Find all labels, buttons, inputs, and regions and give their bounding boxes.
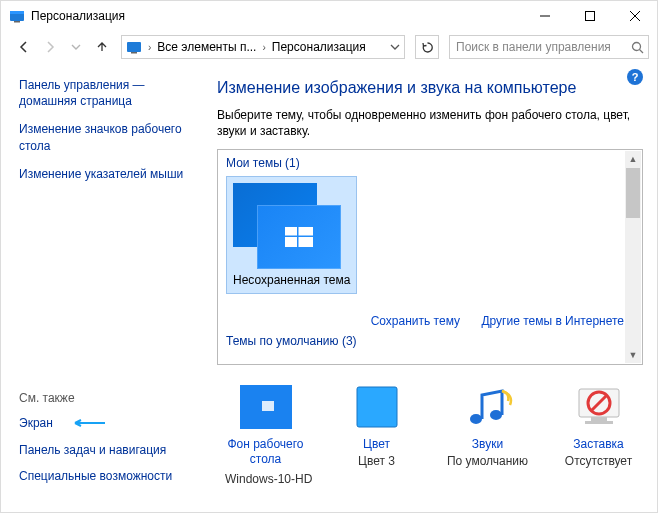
- desktop-background-title: Фон рабочего стола: [223, 437, 308, 466]
- sounds-title: Звуки: [445, 437, 530, 451]
- up-button[interactable]: [91, 36, 113, 58]
- forward-button[interactable]: [39, 36, 61, 58]
- minimize-button[interactable]: [522, 1, 567, 31]
- control-panel-home-link[interactable]: Панель управления — домашняя страница: [19, 77, 199, 109]
- svg-rect-15: [299, 237, 314, 247]
- svg-rect-12: [285, 227, 297, 236]
- scroll-down-button[interactable]: ▼: [625, 347, 641, 363]
- change-desktop-icons-link[interactable]: Изменение значков рабочего стола: [19, 121, 199, 153]
- svg-line-5: [630, 11, 640, 21]
- personalization-window: Персонализация › Все элементы п... › Пе: [0, 0, 658, 513]
- sounds-icon: [462, 381, 514, 433]
- svg-point-20: [470, 414, 482, 424]
- svg-rect-17: [262, 401, 274, 411]
- change-mouse-pointers-link[interactable]: Изменение указателей мыши: [19, 166, 199, 182]
- see-also-heading: См. также: [19, 391, 201, 405]
- svg-rect-23: [591, 417, 607, 421]
- search-icon: [631, 41, 644, 54]
- svg-rect-7: [127, 42, 141, 52]
- my-themes-heading: Мои темы (1): [226, 156, 642, 170]
- svg-point-9: [633, 42, 641, 50]
- svg-rect-1: [10, 11, 24, 14]
- maximize-button[interactable]: [567, 1, 612, 31]
- main-content: ? Изменение изображения и звука на компь…: [211, 63, 657, 512]
- screensaver-title: Заставка: [556, 437, 641, 451]
- theme-thumbnail: [233, 183, 341, 269]
- desktop-background-item[interactable]: Фон рабочего стола: [223, 381, 308, 468]
- see-also-section: См. также Экран Панель задач и навигация…: [19, 391, 201, 502]
- back-button[interactable]: [13, 36, 35, 58]
- close-button[interactable]: [612, 1, 657, 31]
- svg-rect-4: [585, 12, 594, 21]
- theme-actions: Сохранить тему Другие темы в Интернете: [226, 314, 642, 328]
- default-themes-heading: Темы по умолчанию (3): [226, 334, 642, 348]
- navigation-bar: › Все элементы п... › Персонализация: [1, 31, 657, 63]
- theme-name-label: Несохраненная тема: [233, 273, 350, 287]
- window-title: Персонализация: [31, 9, 125, 23]
- screensaver-item[interactable]: Заставка Отсутствует: [556, 381, 641, 467]
- search-input[interactable]: [454, 39, 631, 55]
- page-title: Изменение изображения и звука на компьют…: [217, 79, 643, 97]
- svg-rect-2: [14, 21, 20, 23]
- taskbar-navigation-link[interactable]: Панель задач и навигация: [19, 442, 199, 458]
- annotation-arrow-icon: [73, 418, 109, 428]
- breadcrumb-segment-2[interactable]: Персонализация: [272, 40, 366, 54]
- search-box[interactable]: [449, 35, 649, 59]
- windows-logo-icon: [285, 227, 313, 247]
- sounds-item[interactable]: Звуки По умолчанию: [445, 381, 530, 467]
- window-controls: [522, 1, 657, 31]
- svg-line-6: [630, 11, 640, 21]
- scrollbar[interactable]: ▲ ▼: [625, 151, 641, 363]
- color-icon: [351, 381, 403, 433]
- screensaver-subtitle: Отсутствует: [556, 454, 641, 468]
- display-link-label: Экран: [19, 416, 53, 430]
- address-bar[interactable]: › Все элементы п... › Персонализация: [121, 35, 405, 59]
- chevron-right-icon[interactable]: ›: [146, 42, 153, 53]
- address-dropdown[interactable]: [390, 42, 400, 52]
- svg-rect-13: [299, 227, 314, 236]
- help-icon[interactable]: ?: [627, 69, 643, 85]
- color-item[interactable]: Цвет Цвет 3: [334, 381, 419, 467]
- refresh-button[interactable]: [415, 35, 439, 59]
- scroll-up-button[interactable]: ▲: [625, 151, 641, 167]
- personalization-options-row: Фон рабочего стола Цвет Цвет 3: [217, 381, 643, 468]
- more-themes-online-link[interactable]: Другие темы в Интернете: [481, 314, 624, 328]
- svg-line-10: [640, 49, 644, 53]
- svg-rect-14: [285, 237, 297, 247]
- sidebar: Панель управления — домашняя страница Из…: [1, 63, 211, 512]
- color-subtitle: Цвет 3: [334, 454, 419, 468]
- scroll-thumb[interactable]: [626, 168, 640, 218]
- desktop-background-subtitle: Windows-10-HD: [217, 472, 643, 486]
- color-title: Цвет: [334, 437, 419, 451]
- screensaver-icon: [573, 381, 625, 433]
- svg-rect-24: [585, 421, 613, 424]
- svg-rect-18: [357, 387, 397, 427]
- ease-of-access-link[interactable]: Специальные возможности: [19, 468, 199, 484]
- save-theme-link[interactable]: Сохранить тему: [371, 314, 460, 328]
- svg-point-21: [490, 410, 502, 420]
- window-body: Панель управления — домашняя страница Из…: [1, 63, 657, 512]
- titlebar: Персонализация: [1, 1, 657, 31]
- recent-locations-button[interactable]: [65, 36, 87, 58]
- sounds-subtitle: По умолчанию: [445, 454, 530, 468]
- page-description: Выберите тему, чтобы одновременно измени…: [217, 107, 643, 139]
- display-link[interactable]: Экран: [19, 415, 199, 431]
- desktop-background-icon: [240, 381, 292, 433]
- chevron-right-icon[interactable]: ›: [260, 42, 267, 53]
- app-icon: [9, 8, 25, 24]
- svg-rect-8: [131, 52, 137, 54]
- themes-panel: Мои темы (1) Несохраненная тема Сохранит…: [217, 149, 643, 365]
- breadcrumb-segment-1[interactable]: Все элементы п...: [157, 40, 256, 54]
- control-panel-icon: [126, 39, 142, 55]
- theme-item-unsaved[interactable]: Несохраненная тема: [226, 176, 357, 294]
